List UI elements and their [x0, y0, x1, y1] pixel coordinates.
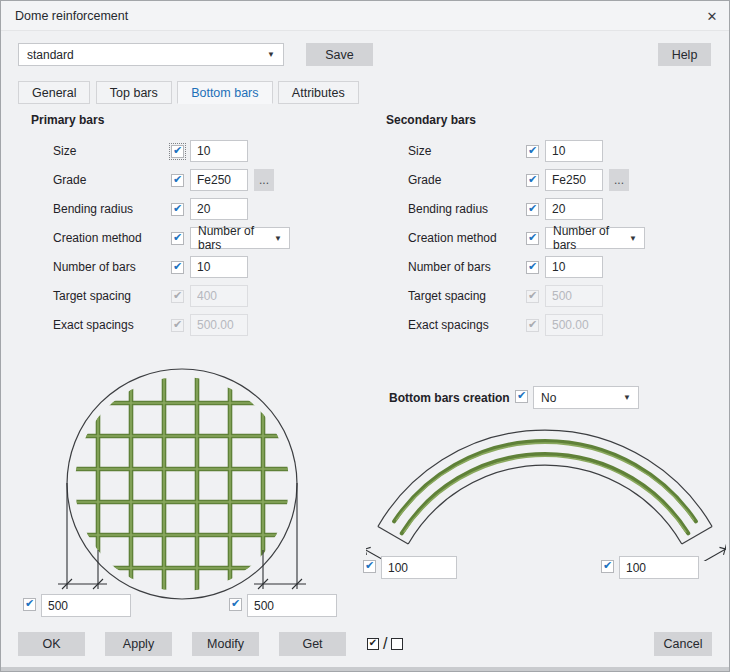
- secondary-number-of-bars-input[interactable]: [545, 256, 603, 278]
- primary-exact-spacings-input: [190, 314, 248, 336]
- primary-grade-input[interactable]: [190, 169, 248, 191]
- primary-size-input[interactable]: [190, 140, 248, 162]
- section-right-offset-input[interactable]: [619, 556, 699, 579]
- tab-attributes[interactable]: Attributes: [278, 81, 359, 104]
- section-left-offset-checkbox[interactable]: ✔: [363, 560, 376, 573]
- dome-plan-diagram: [16, 366, 361, 601]
- secondary-bending-radius-label: Bending radius: [408, 202, 526, 216]
- section-left-offset-input[interactable]: [381, 556, 457, 579]
- check-icon: ✔: [173, 174, 182, 185]
- toggle-all-checkboxes-button[interactable]: ✔ /: [367, 634, 403, 654]
- primary-number-of-bars-input[interactable]: [190, 256, 248, 278]
- check-icon: ✔: [528, 203, 537, 214]
- secondary-bending-radius-checkbox[interactable]: ✔: [526, 203, 539, 216]
- dome-reinforcement-dialog: Dome reinforcement ✕ standard ▼ Save Hel…: [0, 0, 730, 672]
- ok-button[interactable]: OK: [18, 632, 85, 656]
- primary-size-row: Size ✔: [53, 140, 376, 162]
- unchecked-box-icon: [391, 638, 403, 650]
- check-icon: ✔: [25, 598, 34, 609]
- bottom-bars-creation-label: Bottom bars creation: [389, 391, 510, 405]
- check-icon: ✔: [528, 290, 537, 301]
- secondary-size-checkbox[interactable]: ✔: [526, 145, 539, 158]
- close-button[interactable]: ✕: [699, 4, 725, 28]
- help-button[interactable]: Help: [658, 43, 711, 66]
- primary-creation-method-checkbox[interactable]: ✔: [171, 232, 184, 245]
- secondary-target-spacing-label: Target spacing: [408, 289, 526, 303]
- primary-grade-checkbox[interactable]: ✔: [171, 174, 184, 187]
- bottom-bars-creation-checkbox[interactable]: ✔: [515, 390, 528, 403]
- secondary-creation-method-row: Creation method ✔ Number of bars ▼: [408, 227, 730, 249]
- secondary-number-of-bars-checkbox[interactable]: ✔: [526, 261, 539, 274]
- cancel-button[interactable]: Cancel: [654, 632, 712, 656]
- get-button[interactable]: Get: [279, 632, 346, 656]
- plan-left-offset-input[interactable]: [41, 594, 131, 617]
- secondary-target-spacing-row: Target spacing ✔: [408, 285, 730, 307]
- secondary-exact-spacings-row: Exact spacings ✔: [408, 314, 730, 336]
- chevron-down-icon: ▼: [623, 393, 631, 402]
- bottom-bars-creation-select[interactable]: No ▼: [533, 386, 639, 409]
- secondary-grade-browse-button[interactable]: ...: [609, 169, 629, 191]
- toggle-separator: /: [383, 635, 387, 653]
- primary-target-spacing-label: Target spacing: [53, 289, 171, 303]
- modify-button[interactable]: Modify: [192, 632, 259, 656]
- secondary-bending-radius-input[interactable]: [545, 198, 603, 220]
- primary-creation-method-select[interactable]: Number of bars ▼: [190, 227, 290, 249]
- title-bar[interactable]: Dome reinforcement ✕: [1, 1, 729, 31]
- secondary-size-row: Size ✔: [408, 140, 730, 162]
- close-icon: ✕: [707, 9, 718, 24]
- secondary-grade-row: Grade ✔ ...: [408, 169, 730, 191]
- secondary-grade-input[interactable]: [545, 169, 603, 191]
- secondary-size-label: Size: [408, 144, 526, 158]
- secondary-number-of-bars-label: Number of bars: [408, 260, 526, 274]
- tab-general[interactable]: General: [18, 81, 90, 104]
- secondary-grade-checkbox[interactable]: ✔: [526, 174, 539, 187]
- secondary-size-input[interactable]: [545, 140, 603, 162]
- apply-button[interactable]: Apply: [105, 632, 172, 656]
- window-bottom-edge: [1, 667, 729, 671]
- primary-target-spacing-checkbox: ✔: [171, 290, 184, 303]
- primary-exact-spacings-row: Exact spacings ✔: [53, 314, 376, 336]
- save-button[interactable]: Save: [306, 43, 373, 66]
- check-icon: ✔: [173, 232, 182, 243]
- tab-top-bars[interactable]: Top bars: [96, 81, 172, 104]
- primary-size-checkbox[interactable]: ✔: [171, 145, 184, 158]
- attribute-file-value: standard: [27, 48, 74, 62]
- bottom-bars-creation-value: No: [541, 391, 556, 405]
- plan-left-offset-checkbox[interactable]: ✔: [23, 598, 36, 611]
- check-icon: ✔: [173, 261, 182, 272]
- primary-bars-group: Primary bars Size ✔ Grade ✔ ... Bending …: [31, 113, 376, 343]
- secondary-creation-method-select[interactable]: Number of bars ▼: [545, 227, 645, 249]
- primary-target-spacing-input: [190, 285, 248, 307]
- chevron-down-icon: ▼: [274, 234, 282, 243]
- check-icon: ✔: [528, 232, 537, 243]
- check-icon: ✔: [173, 145, 182, 156]
- section-right-offset-checkbox[interactable]: ✔: [601, 560, 614, 573]
- dialog-title: Dome reinforcement: [15, 1, 128, 31]
- chevron-down-icon: ▼: [629, 234, 637, 243]
- arch-outline: [378, 430, 712, 544]
- check-icon: ✔: [528, 145, 537, 156]
- check-icon: ✔: [365, 560, 374, 571]
- secondary-creation-method-value: Number of bars: [553, 224, 629, 252]
- plan-right-offset-input[interactable]: [247, 594, 337, 617]
- secondary-bars-group: Secondary bars Size ✔ Grade ✔ ... Bendin…: [386, 113, 730, 343]
- check-icon: ✔: [517, 390, 526, 401]
- tab-bar: General Top bars Bottom bars Attributes: [18, 81, 361, 105]
- secondary-exact-spacings-input: [545, 314, 603, 336]
- primary-grade-browse-button[interactable]: ...: [254, 169, 274, 191]
- secondary-grade-label: Grade: [408, 173, 526, 187]
- dome-section-diagram: [366, 421, 726, 561]
- plan-right-offset-checkbox[interactable]: ✔: [229, 598, 242, 611]
- secondary-creation-method-checkbox[interactable]: ✔: [526, 232, 539, 245]
- primary-creation-method-value: Number of bars: [198, 224, 274, 252]
- tab-bottom-bars[interactable]: Bottom bars: [177, 81, 272, 104]
- check-icon: ✔: [173, 319, 182, 330]
- attribute-file-select[interactable]: standard ▼: [18, 43, 284, 66]
- primary-number-of-bars-checkbox[interactable]: ✔: [171, 261, 184, 274]
- primary-bending-radius-checkbox[interactable]: ✔: [171, 203, 184, 216]
- check-icon: ✔: [528, 174, 537, 185]
- primary-exact-spacings-checkbox: ✔: [171, 319, 184, 332]
- primary-bending-radius-input[interactable]: [190, 198, 248, 220]
- check-icon: ✔: [603, 560, 612, 571]
- primary-size-label: Size: [53, 144, 171, 158]
